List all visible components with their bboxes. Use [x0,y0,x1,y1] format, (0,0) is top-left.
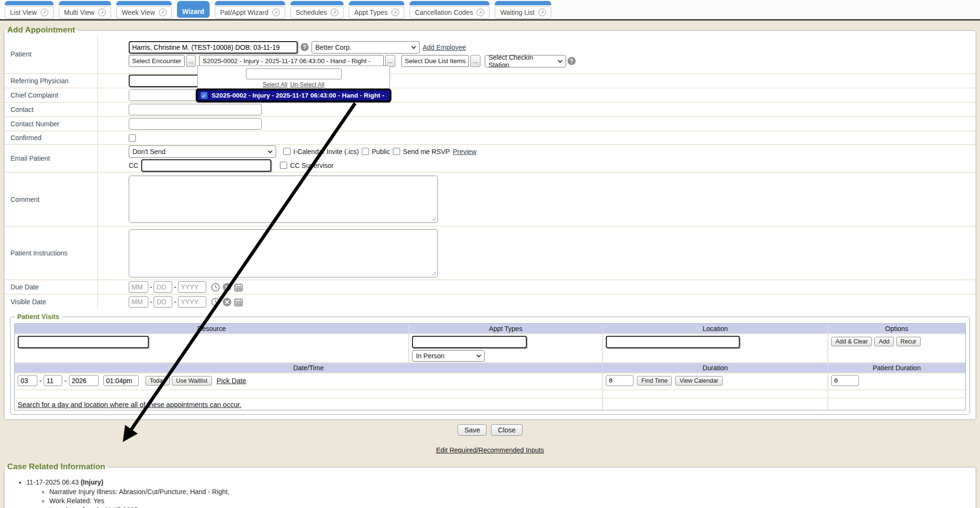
open-new-window-icon[interactable]: ↗ [41,9,48,16]
case-item: 11-17-2025 06:43 (Injury) Narrative Inju… [26,478,976,508]
pick-date-link[interactable]: Pick Date [217,377,246,385]
datetime-header-row: Date/Time Duration Patient Duration [15,362,965,373]
open-new-window-icon[interactable]: ↗ [159,9,167,16]
due-date-yyyy-input[interactable] [178,281,206,293]
time-input[interactable] [103,375,139,386]
day-input[interactable] [44,375,62,386]
open-new-window-icon[interactable]: ↗ [98,9,106,16]
location-input[interactable] [606,336,740,348]
email-send-select[interactable]: Don't Send [129,145,276,158]
referring-physician-input[interactable] [129,75,199,87]
resize-grip-icon[interactable] [431,271,436,276]
select-all-link[interactable]: Select All [263,81,287,88]
confirmed-checkbox[interactable] [129,134,136,142]
cc-input[interactable] [141,159,271,172]
appt-mode-select[interactable]: In Person [412,350,485,362]
resource-input[interactable] [18,336,149,348]
view-calendar-button[interactable]: View Calendar [675,376,723,386]
resize-grip-icon[interactable] [431,216,436,221]
add-button[interactable]: Add [874,337,893,346]
select-encounter-box[interactable]: Select Encounter [129,55,185,67]
today-button[interactable]: Today [145,376,170,386]
add-appointment-section: Add Appointment Patient ? Better Corp. A… [4,25,976,420]
clock-icon[interactable] [211,282,221,292]
tab-week-view[interactable]: Week View↗ [116,1,172,19]
year-input[interactable] [69,375,99,386]
contact-number-input[interactable] [129,118,262,130]
duration-header: Duration [603,363,828,373]
add-clear-button[interactable]: Add & Clear [831,337,872,346]
patient-label: Patient [4,35,98,73]
tab-cap [59,1,111,5]
duration-input[interactable] [606,375,634,386]
employer-select[interactable]: Better Corp. [312,41,420,54]
month-input[interactable] [18,375,37,386]
search-day-location-link[interactable]: Search for a day and location where all … [18,401,242,409]
public-checkbox[interactable] [362,148,369,155]
calendar-icon[interactable] [234,282,244,292]
calendar-icon[interactable] [234,297,244,307]
patient-instructions-textarea[interactable] [129,229,438,277]
encounter-option[interactable]: ✓ S2025-0002 - Injury - 2025-11-17 06:43… [198,90,390,100]
encounter-option-checkbox[interactable]: ✓ [200,92,208,99]
unselect-all-link[interactable]: Un-Select All [290,81,324,88]
tab-schedules[interactable]: Schedules↗ [290,1,344,19]
visible-date-row: Visible Date - - [4,295,976,309]
visible-date-yyyy-input[interactable] [178,296,206,308]
help-icon[interactable]: ? [568,57,576,65]
visible-date-dd-input[interactable] [154,296,172,308]
tab-pat-appt-wizard[interactable]: Pat/Appt Wizard↗ [215,1,285,19]
due-date-mm-input[interactable] [129,281,148,293]
contact-number-row: Contact Number [4,117,976,132]
tab-waiting-list[interactable]: Waiting List↗ [495,1,551,19]
help-icon[interactable]: ? [301,43,309,51]
tab-appt-types[interactable]: Appt Types↗ [349,1,404,19]
tab-multi-view[interactable]: Multi View↗ [59,1,111,19]
appt-type-input[interactable] [412,336,527,348]
select-due-list-box[interactable]: Select Due List Items [401,55,469,67]
due-date-row: Due Date - - [4,280,976,295]
clear-icon[interactable] [222,282,232,292]
contact-label: Contact [4,103,98,116]
tab-wizard[interactable]: Wizard [177,1,210,18]
find-time-button[interactable]: Find Time [637,376,672,386]
due-date-dd-input[interactable] [154,281,172,293]
patient-name-input[interactable] [129,41,298,54]
visits-header-row: Resource Appt Types Location Options [15,324,965,333]
clock-icon[interactable] [211,297,221,307]
ical-invite-checkbox[interactable] [283,148,290,155]
clear-icon[interactable] [222,297,232,307]
form-actions: Save Close [0,424,980,436]
tab-list-view[interactable]: List View↗ [5,1,54,19]
visible-date-mm-input[interactable] [129,296,148,308]
open-new-window-icon[interactable]: ↗ [272,9,280,16]
rsvp-checkbox[interactable] [393,148,400,155]
cc-supervisor-checkbox[interactable] [280,162,287,169]
open-new-window-icon[interactable]: ↗ [477,9,484,16]
add-employee-link[interactable]: Add Employee [423,44,466,51]
edit-required-link[interactable]: Edit Required/Recommended Inputs [436,446,544,454]
contact-number-label: Contact Number [4,117,98,131]
preview-link[interactable]: Preview [453,148,477,155]
open-new-window-icon[interactable]: ↗ [538,9,546,16]
due-date-label: Due Date [4,280,98,294]
contact-input[interactable] [129,104,262,115]
close-button[interactable]: Close [491,424,522,436]
comment-textarea[interactable] [129,176,438,223]
confirmed-row: Confirmed [4,132,976,145]
tab-label: Wizard [182,8,204,15]
tab-label: Pat/Appt Wizard [220,9,268,16]
select-encounter-ellipsis-button[interactable]: ... [186,55,196,67]
tab-cancellation-codes[interactable]: Cancellation Codes↗ [410,1,490,19]
patient-duration-input[interactable] [831,375,859,386]
recur-button[interactable]: Recur [896,337,921,346]
checkin-station-select[interactable]: Select Checkin Station [485,55,566,67]
open-new-window-icon[interactable]: ↗ [331,9,338,16]
use-waitlist-button[interactable]: Use Waitlist [172,376,212,386]
popup-filter-input[interactable] [246,68,342,79]
tab-cap [177,1,210,5]
save-button[interactable]: Save [457,424,487,436]
open-new-window-icon[interactable]: ↗ [391,9,399,16]
tab-cap [410,1,490,5]
due-list-ellipsis-button[interactable]: ... [470,55,480,67]
